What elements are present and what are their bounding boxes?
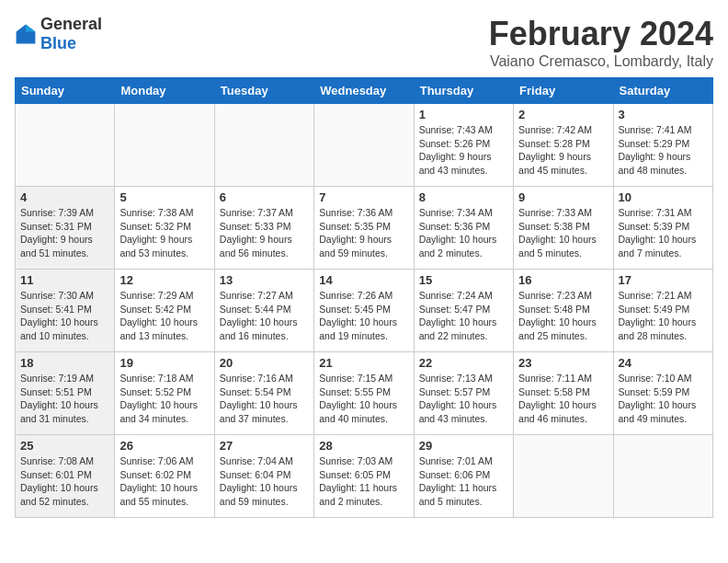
cell-day-number: 1: [419, 108, 508, 121]
calendar-cell: [16, 104, 115, 187]
cell-day-number: 7: [319, 190, 408, 204]
calendar-cell: 25Sunrise: 7:08 AM Sunset: 6:01 PM Dayli…: [16, 435, 115, 518]
cell-info: Sunrise: 7:33 AM Sunset: 5:38 PM Dayligh…: [518, 206, 608, 260]
calendar-cell: [613, 435, 712, 518]
cell-info: Sunrise: 7:19 AM Sunset: 5:51 PM Dayligh…: [20, 372, 109, 426]
cell-day-number: 11: [20, 273, 109, 287]
weekday-header-row: SundayMondayTuesdayWednesdayThursdayFrid…: [16, 78, 713, 104]
cell-info: Sunrise: 7:23 AM Sunset: 5:48 PM Dayligh…: [518, 289, 608, 343]
calendar-cell: 2Sunrise: 7:42 AM Sunset: 5:28 PM Daylig…: [514, 104, 613, 187]
cell-day-number: 9: [518, 190, 608, 204]
weekday-header-friday: Friday: [514, 78, 613, 104]
calendar-cell: 23Sunrise: 7:11 AM Sunset: 5:58 PM Dayli…: [514, 352, 613, 435]
calendar-cell: 28Sunrise: 7:03 AM Sunset: 6:05 PM Dayli…: [314, 435, 414, 518]
calendar-body: 1Sunrise: 7:43 AM Sunset: 5:26 PM Daylig…: [16, 104, 713, 518]
cell-day-number: 14: [319, 273, 408, 287]
cell-day-number: 26: [119, 439, 209, 453]
weekday-header-tuesday: Tuesday: [214, 78, 313, 104]
calendar-cell: 19Sunrise: 7:18 AM Sunset: 5:52 PM Dayli…: [115, 352, 214, 435]
cell-info: Sunrise: 7:10 AM Sunset: 5:59 PM Dayligh…: [619, 372, 708, 426]
subtitle: Vaiano Cremasco, Lombardy, Italy: [489, 53, 713, 70]
calendar-cell: [115, 104, 214, 187]
calendar-week-row: 11Sunrise: 7:30 AM Sunset: 5:41 PM Dayli…: [16, 270, 713, 352]
cell-day-number: 10: [619, 190, 708, 204]
calendar-cell: 20Sunrise: 7:16 AM Sunset: 5:54 PM Dayli…: [214, 352, 313, 435]
cell-info: Sunrise: 7:38 AM Sunset: 5:32 PM Dayligh…: [119, 206, 209, 260]
calendar-week-row: 4Sunrise: 7:39 AM Sunset: 5:31 PM Daylig…: [16, 187, 713, 270]
svg-marker-1: [26, 25, 35, 32]
cell-info: Sunrise: 7:29 AM Sunset: 5:42 PM Dayligh…: [119, 289, 209, 343]
calendar-cell: 24Sunrise: 7:10 AM Sunset: 5:59 PM Dayli…: [613, 352, 712, 435]
cell-info: Sunrise: 7:36 AM Sunset: 5:35 PM Dayligh…: [319, 206, 408, 260]
calendar-cell: 21Sunrise: 7:15 AM Sunset: 5:55 PM Dayli…: [314, 352, 414, 435]
title-section: February 2024 Vaiano Cremasco, Lombardy,…: [489, 15, 713, 70]
cell-day-number: 15: [419, 273, 508, 287]
cell-info: Sunrise: 7:03 AM Sunset: 6:05 PM Dayligh…: [319, 454, 408, 509]
calendar-cell: 18Sunrise: 7:19 AM Sunset: 5:51 PM Dayli…: [16, 352, 115, 435]
cell-day-number: 18: [20, 356, 109, 370]
cell-info: Sunrise: 7:41 AM Sunset: 5:29 PM Dayligh…: [619, 123, 708, 178]
cell-info: Sunrise: 7:08 AM Sunset: 6:01 PM Dayligh…: [20, 454, 109, 509]
calendar-cell: 14Sunrise: 7:26 AM Sunset: 5:45 PM Dayli…: [314, 270, 414, 352]
calendar-cell: 9Sunrise: 7:33 AM Sunset: 5:38 PM Daylig…: [514, 187, 613, 270]
cell-day-number: 16: [518, 273, 608, 287]
cell-day-number: 22: [419, 356, 508, 370]
calendar-table: SundayMondayTuesdayWednesdayThursdayFrid…: [15, 77, 713, 518]
cell-day-number: 17: [619, 273, 708, 287]
main-title: February 2024: [489, 15, 713, 53]
calendar-cell: 1Sunrise: 7:43 AM Sunset: 5:26 PM Daylig…: [414, 104, 513, 187]
logo-general: General: [40, 15, 102, 33]
weekday-header-wednesday: Wednesday: [314, 78, 414, 104]
cell-day-number: 23: [518, 356, 608, 370]
calendar-cell: 11Sunrise: 7:30 AM Sunset: 5:41 PM Dayli…: [16, 270, 115, 352]
cell-day-number: 4: [20, 190, 109, 204]
logo-text: General Blue: [40, 15, 102, 53]
calendar-cell: 17Sunrise: 7:21 AM Sunset: 5:49 PM Dayli…: [613, 270, 712, 352]
calendar-cell: 27Sunrise: 7:04 AM Sunset: 6:04 PM Dayli…: [214, 435, 313, 518]
page-header: General Blue February 2024 Vaiano Cremas…: [15, 15, 713, 70]
calendar-cell: [514, 435, 613, 518]
cell-info: Sunrise: 7:13 AM Sunset: 5:57 PM Dayligh…: [419, 372, 508, 426]
cell-info: Sunrise: 7:37 AM Sunset: 5:33 PM Dayligh…: [220, 206, 309, 260]
cell-info: Sunrise: 7:43 AM Sunset: 5:26 PM Dayligh…: [419, 123, 508, 178]
cell-day-number: 13: [220, 273, 309, 287]
calendar-cell: 22Sunrise: 7:13 AM Sunset: 5:57 PM Dayli…: [414, 352, 513, 435]
calendar-cell: 29Sunrise: 7:01 AM Sunset: 6:06 PM Dayli…: [414, 435, 513, 518]
calendar-cell: 8Sunrise: 7:34 AM Sunset: 5:36 PM Daylig…: [414, 187, 513, 270]
cell-day-number: 27: [220, 439, 309, 453]
calendar-cell: 26Sunrise: 7:06 AM Sunset: 6:02 PM Dayli…: [115, 435, 214, 518]
calendar-cell: 16Sunrise: 7:23 AM Sunset: 5:48 PM Dayli…: [514, 270, 613, 352]
cell-info: Sunrise: 7:30 AM Sunset: 5:41 PM Dayligh…: [20, 289, 109, 343]
cell-day-number: 8: [419, 190, 508, 204]
logo-blue: Blue: [40, 34, 76, 52]
weekday-header-saturday: Saturday: [613, 78, 712, 104]
cell-info: Sunrise: 7:34 AM Sunset: 5:36 PM Dayligh…: [419, 206, 508, 260]
cell-info: Sunrise: 7:04 AM Sunset: 6:04 PM Dayligh…: [220, 454, 309, 509]
calendar-week-row: 1Sunrise: 7:43 AM Sunset: 5:26 PM Daylig…: [16, 104, 713, 187]
calendar-cell: 6Sunrise: 7:37 AM Sunset: 5:33 PM Daylig…: [214, 187, 313, 270]
cell-day-number: 6: [220, 190, 309, 204]
cell-info: Sunrise: 7:18 AM Sunset: 5:52 PM Dayligh…: [119, 372, 209, 426]
calendar-cell: 3Sunrise: 7:41 AM Sunset: 5:29 PM Daylig…: [613, 104, 712, 187]
calendar-cell: 7Sunrise: 7:36 AM Sunset: 5:35 PM Daylig…: [314, 187, 414, 270]
cell-info: Sunrise: 7:06 AM Sunset: 6:02 PM Dayligh…: [119, 454, 209, 509]
calendar-cell: [314, 104, 414, 187]
cell-info: Sunrise: 7:27 AM Sunset: 5:44 PM Dayligh…: [220, 289, 309, 343]
calendar-cell: 10Sunrise: 7:31 AM Sunset: 5:39 PM Dayli…: [613, 187, 712, 270]
calendar-cell: 4Sunrise: 7:39 AM Sunset: 5:31 PM Daylig…: [16, 187, 115, 270]
cell-day-number: 20: [220, 356, 309, 370]
cell-day-number: 29: [419, 439, 508, 453]
cell-day-number: 19: [119, 356, 209, 370]
weekday-header-thursday: Thursday: [414, 78, 513, 104]
cell-info: Sunrise: 7:11 AM Sunset: 5:58 PM Dayligh…: [518, 372, 608, 426]
cell-info: Sunrise: 7:16 AM Sunset: 5:54 PM Dayligh…: [220, 372, 309, 426]
cell-info: Sunrise: 7:15 AM Sunset: 5:55 PM Dayligh…: [319, 372, 408, 426]
cell-day-number: 21: [319, 356, 408, 370]
cell-day-number: 28: [319, 439, 408, 453]
cell-info: Sunrise: 7:01 AM Sunset: 6:06 PM Dayligh…: [419, 454, 508, 509]
cell-info: Sunrise: 7:26 AM Sunset: 5:45 PM Dayligh…: [319, 289, 408, 343]
calendar-cell: 13Sunrise: 7:27 AM Sunset: 5:44 PM Dayli…: [214, 270, 313, 352]
cell-day-number: 24: [619, 356, 708, 370]
weekday-header-monday: Monday: [115, 78, 214, 104]
cell-day-number: 12: [119, 273, 209, 287]
